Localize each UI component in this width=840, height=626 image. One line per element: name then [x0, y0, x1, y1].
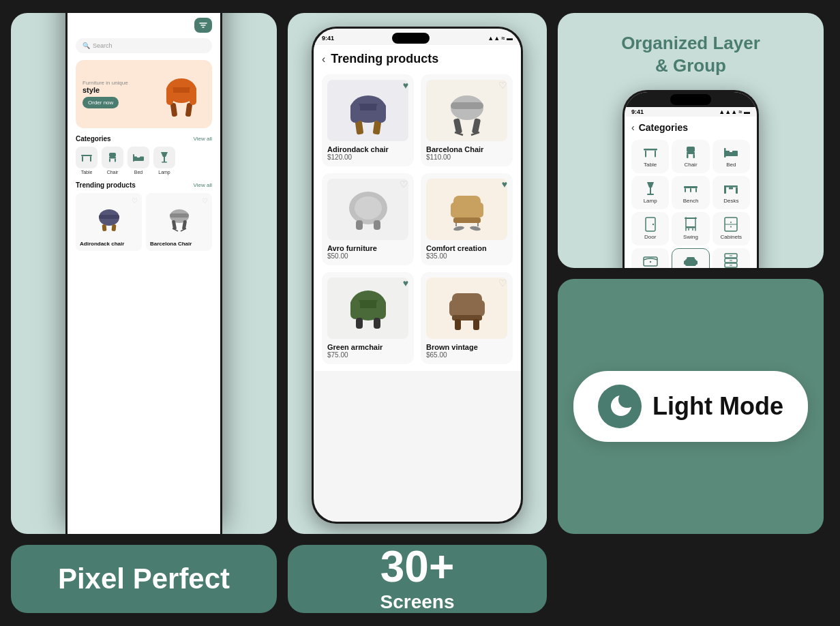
heart-barcelona[interactable]: ♡ — [498, 80, 507, 91]
comfort-price: $35.00 — [426, 252, 507, 260]
svg-rect-85 — [451, 102, 483, 109]
svg-rect-92 — [356, 220, 363, 230]
svg-rect-19 — [724, 185, 726, 194]
svg-rect-37 — [684, 260, 686, 265]
svg-rect-58 — [109, 153, 116, 157]
order-now-button[interactable]: Order now — [82, 97, 119, 108]
heart-avro[interactable]: ♡ — [400, 179, 408, 190]
product-barcelona[interactable]: ♡ Barcel — [421, 74, 513, 166]
mini-cat-table[interactable]: Table — [76, 147, 97, 175]
product-comfort[interactable]: ♥ — [421, 173, 513, 265]
svg-rect-2 — [655, 151, 656, 158]
mini-lamp-label: Lamp — [158, 170, 170, 175]
svg-rect-39 — [687, 257, 695, 260]
trending-view-all[interactable]: View all — [194, 182, 212, 188]
phone-notch — [625, 92, 757, 107]
product-brown[interactable]: ♡ Brown — [421, 272, 513, 364]
svg-rect-113 — [473, 319, 479, 330]
trending-back[interactable]: ‹ — [322, 53, 325, 65]
svg-rect-21 — [729, 188, 733, 190]
product-green[interactable]: ♥ Green — [322, 272, 414, 364]
svg-rect-97 — [453, 218, 481, 223]
svg-point-99 — [469, 226, 481, 232]
search-icon: 🔍 — [82, 42, 90, 49]
categories-section-title: Categories — [76, 135, 111, 143]
trending-phone: 9:41 ▲▲ ≈ ▬ ‹ Trending products ♥ — [312, 27, 523, 524]
trending-section-header: Trending products View all — [76, 181, 212, 189]
category-living[interactable]: Living — [672, 248, 709, 268]
green-name: Green armchair — [327, 343, 408, 351]
trending-title: Trending products — [331, 52, 438, 66]
categories-header: ‹ Categories — [631, 122, 750, 133]
product-grid: ♥ Adiron — [322, 74, 513, 364]
comfort-name: Comfort creation — [426, 244, 507, 252]
main-container: Organized Layer& Group 9:41 ▲▲▲ ≈ ▬ ‹ Ca… — [11, 13, 829, 613]
table-label: Table — [644, 162, 657, 168]
search-bar[interactable]: 🔍 Search — [76, 38, 212, 53]
adirondack-price: $120.00 — [327, 153, 408, 161]
heart-adirondack[interactable]: ♥ — [403, 80, 408, 91]
screens-label: Screens — [380, 591, 455, 613]
phone-mockup-categories: 9:41 ▲▲▲ ≈ ▬ ‹ Categories Ta — [622, 90, 759, 268]
heart-icon-2[interactable]: ♡ — [202, 197, 208, 205]
trending-product-2[interactable]: ♡ Barcel — [146, 193, 212, 251]
heart-brown[interactable]: ♡ — [498, 278, 507, 288]
mini-cat-bed[interactable]: Bed — [127, 147, 149, 175]
mini-cat-chair[interactable]: Chair — [102, 147, 123, 175]
category-desks[interactable]: Desks — [712, 176, 750, 209]
categories-view-all[interactable]: View all — [194, 136, 212, 142]
svg-rect-56 — [82, 156, 83, 162]
svg-rect-38 — [695, 260, 698, 265]
svg-rect-12 — [650, 188, 651, 194]
mini-table-icon — [76, 147, 97, 168]
light-mode-label: Light Mode — [652, 392, 783, 421]
filter-button[interactable] — [194, 18, 212, 33]
table-icon — [642, 145, 659, 159]
category-table[interactable]: Table — [631, 140, 669, 173]
avro-name: Avro furniture — [327, 244, 408, 252]
category-chair[interactable]: Chair — [672, 140, 709, 173]
svg-rect-87 — [471, 118, 480, 134]
category-door[interactable]: Door — [631, 212, 669, 245]
category-storage[interactable]: Storage — [712, 248, 750, 268]
heart-comfort[interactable]: ♥ — [502, 179, 507, 190]
category-cabinets[interactable]: Cabinets — [712, 212, 750, 245]
svg-rect-67 — [162, 162, 167, 163]
svg-rect-106 — [356, 318, 363, 329]
trending-product-1[interactable]: ♡ Adirondack chair — [76, 193, 142, 251]
chair-label: Chair — [684, 162, 697, 168]
mini-categories-row: Table Chair Bed — [76, 147, 212, 175]
categories-screen: ‹ Categories Table — [625, 117, 757, 268]
svg-rect-53 — [166, 86, 173, 105]
category-lamp[interactable]: Lamp — [631, 176, 669, 209]
svg-rect-71 — [111, 224, 116, 232]
svg-rect-105 — [376, 299, 386, 319]
heart-green[interactable]: ♥ — [403, 278, 408, 288]
promo-banner: Furniture in unique style Order now — [76, 60, 212, 128]
product-name-1: Adirondack chair — [80, 241, 138, 247]
barcelona-img — [426, 80, 507, 141]
mini-chair-label: Chair — [107, 170, 119, 175]
category-bed[interactable]: Bed — [712, 140, 750, 173]
bench-icon — [682, 181, 699, 195]
heart-icon-1[interactable]: ♡ — [132, 197, 138, 205]
categories-title: Categories — [639, 122, 688, 133]
svg-rect-10 — [724, 148, 726, 158]
mini-cat-lamp[interactable]: Lamp — [153, 147, 175, 175]
panel-pixel-perfect: Pixel Perfect — [11, 545, 277, 613]
category-swing[interactable]: Swing — [672, 212, 709, 245]
trending-island — [392, 33, 430, 44]
svg-point-23 — [652, 224, 653, 225]
product-adirondack[interactable]: ♥ Adiron — [322, 74, 414, 166]
svg-rect-95 — [451, 203, 457, 218]
svg-rect-107 — [374, 318, 380, 329]
svg-rect-4 — [687, 152, 695, 154]
category-chest[interactable]: Chest — [631, 248, 669, 268]
category-bench[interactable]: Bench — [672, 176, 709, 209]
light-mode-badge: Light Mode — [573, 371, 808, 442]
banner-text: Furniture in unique style Order now — [82, 80, 128, 108]
back-button[interactable]: ‹ — [631, 122, 635, 133]
product-avro[interactable]: ♡ Avro furniture $50.00 — [322, 173, 414, 265]
chest-icon — [642, 254, 659, 267]
time: 9:41 — [631, 108, 644, 115]
